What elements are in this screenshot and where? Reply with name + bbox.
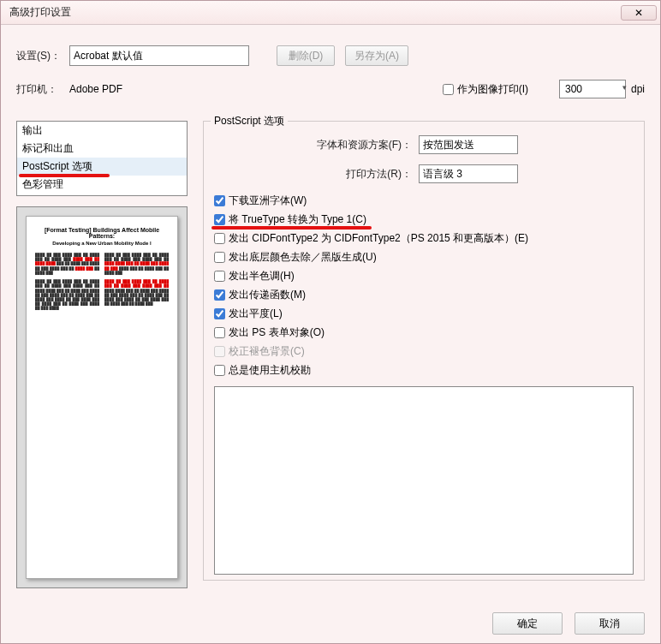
close-icon: ✕ xyxy=(634,7,643,19)
titlebar: 高级打印设置 ✕ xyxy=(1,1,660,25)
checkbox-label-4: 发出半色调(H) xyxy=(229,269,295,283)
checkbox-2[interactable] xyxy=(214,233,225,244)
settings-select[interactable]: Acrobat 默认值 xyxy=(69,45,249,66)
print-as-image-label: 作为图像打印(I) xyxy=(457,82,528,97)
left-column: 输出 标记和出血 PostScript 选项 色彩管理 [Format Test… xyxy=(16,121,188,588)
dpi-unit: dpi xyxy=(631,83,645,95)
checkbox-label-6: 发出平度(L) xyxy=(229,307,283,321)
print-as-image-group: 作为图像打印(I) xyxy=(443,82,528,97)
printer-row: 打印机： Adobe PDF 作为图像打印(I) dpi xyxy=(16,80,645,98)
delete-button[interactable]: 删除(D) xyxy=(277,45,335,66)
print-as-image-checkbox[interactable] xyxy=(443,84,454,95)
font-policy-row: 字体和资源方案(F)： 按范围发送 xyxy=(214,135,634,154)
checkbox-0[interactable] xyxy=(214,195,225,206)
check-row-7: 发出 PS 表单对象(O) xyxy=(214,325,634,340)
checkbox-label-9: 总是使用主机校勘 xyxy=(229,363,311,378)
nav-item-marks[interactable]: 标记和出血 xyxy=(17,140,187,158)
nav-item-color[interactable]: 色彩管理 xyxy=(17,176,187,194)
print-method-row: 打印方法(R)： 语言级 3 xyxy=(214,164,634,183)
main-area: 输出 标记和出血 PostScript 选项 色彩管理 [Format Test… xyxy=(16,121,645,588)
checkbox-label-1: 将 TrueType 转换为 Type 1(C) xyxy=(229,212,366,227)
preview-panel: [Format Testing] Buildings Affect Mobile… xyxy=(16,206,188,588)
check-row-9: 总是使用主机校勘 xyxy=(214,363,634,378)
window-title: 高级打印设置 xyxy=(4,5,71,20)
preview-body: ████ ██ ███ ████ ███ ██ ████ ███ ██ ████… xyxy=(35,253,169,310)
printer-name: Adobe PDF xyxy=(69,83,122,95)
preview-subtitle: Developing a New Urban Mobility Mode l xyxy=(35,241,169,246)
checkbox-5[interactable] xyxy=(214,289,225,301)
checkbox-label-8: 校正褪色背景(C) xyxy=(229,344,305,359)
dialog-footer: 确定 取消 xyxy=(492,612,645,635)
font-policy-label: 字体和资源方案(F)： xyxy=(317,138,412,152)
settings-row: 设置(S)： Acrobat 默认值 删除(D) 另存为(A) xyxy=(16,45,645,66)
checkbox-6[interactable] xyxy=(214,308,225,319)
checkbox-label-0: 下载亚洲字体(W) xyxy=(229,194,307,208)
fieldset-legend: PostScript 选项 xyxy=(211,114,288,128)
check-row-4: 发出半色调(H) xyxy=(214,269,634,283)
close-button[interactable]: ✕ xyxy=(621,5,657,21)
checkbox-8 xyxy=(214,346,225,357)
check-row-5: 发出传递函数(M) xyxy=(214,288,634,302)
checkbox-4[interactable] xyxy=(214,271,225,282)
settings-label: 设置(S)： xyxy=(16,49,61,63)
print-method-select[interactable]: 语言级 3 xyxy=(419,164,518,183)
checkbox-7[interactable] xyxy=(214,327,225,338)
description-box xyxy=(214,386,634,575)
print-method-label: 打印方法(R)： xyxy=(346,167,412,182)
nav-item-postscript[interactable]: PostScript 选项 xyxy=(17,158,187,176)
checkbox-label-3: 发出底层颜色去除／黑版生成(U) xyxy=(229,250,377,265)
printer-label: 打印机： xyxy=(16,82,57,97)
check-row-0: 下载亚洲字体(W) xyxy=(214,194,634,208)
checkbox-group: 下载亚洲字体(W)将 TrueType 转换为 Type 1(C)发出 CIDF… xyxy=(214,194,634,378)
checkbox-1[interactable] xyxy=(214,214,225,225)
checkbox-3[interactable] xyxy=(214,252,225,263)
dpi-group: dpi xyxy=(544,80,645,98)
dialog-window: 高级打印设置 ✕ 设置(S)： Acrobat 默认值 删除(D) 另存为(A)… xyxy=(0,0,661,644)
checkbox-label-2: 发出 CIDFontType2 为 CIDFontType2（PS 2015 和… xyxy=(229,231,528,246)
right-column: PostScript 选项 字体和资源方案(F)： 按范围发送 打印方法(R)：… xyxy=(203,121,645,588)
check-row-2: 发出 CIDFontType2 为 CIDFontType2（PS 2015 和… xyxy=(214,231,634,246)
checkbox-9[interactable] xyxy=(214,365,225,376)
preview-page: [Format Testing] Buildings Affect Mobile… xyxy=(26,216,178,579)
font-policy-select[interactable]: 按范围发送 xyxy=(419,135,518,154)
check-row-1: 将 TrueType 转换为 Type 1(C) xyxy=(214,212,634,227)
nav-item-output[interactable]: 输出 xyxy=(17,122,187,140)
saveas-button[interactable]: 另存为(A) xyxy=(345,45,408,66)
check-row-8: 校正褪色背景(C) xyxy=(214,344,634,359)
cancel-button[interactable]: 取消 xyxy=(575,612,645,635)
check-row-6: 发出平度(L) xyxy=(214,307,634,321)
ok-button[interactable]: 确定 xyxy=(492,612,563,635)
dpi-input[interactable] xyxy=(559,80,626,98)
preview-title: [Format Testing] Buildings Affect Mobile… xyxy=(35,227,169,239)
checkbox-label-5: 发出传递函数(M) xyxy=(229,288,306,302)
category-list[interactable]: 输出 标记和出血 PostScript 选项 色彩管理 xyxy=(16,121,188,196)
dialog-content: 设置(S)： Acrobat 默认值 删除(D) 另存为(A) 打印机： Ado… xyxy=(1,25,660,599)
postscript-fieldset: PostScript 选项 字体和资源方案(F)： 按范围发送 打印方法(R)：… xyxy=(203,121,645,581)
check-row-3: 发出底层颜色去除／黑版生成(U) xyxy=(214,250,634,265)
checkbox-label-7: 发出 PS 表单对象(O) xyxy=(229,325,325,340)
